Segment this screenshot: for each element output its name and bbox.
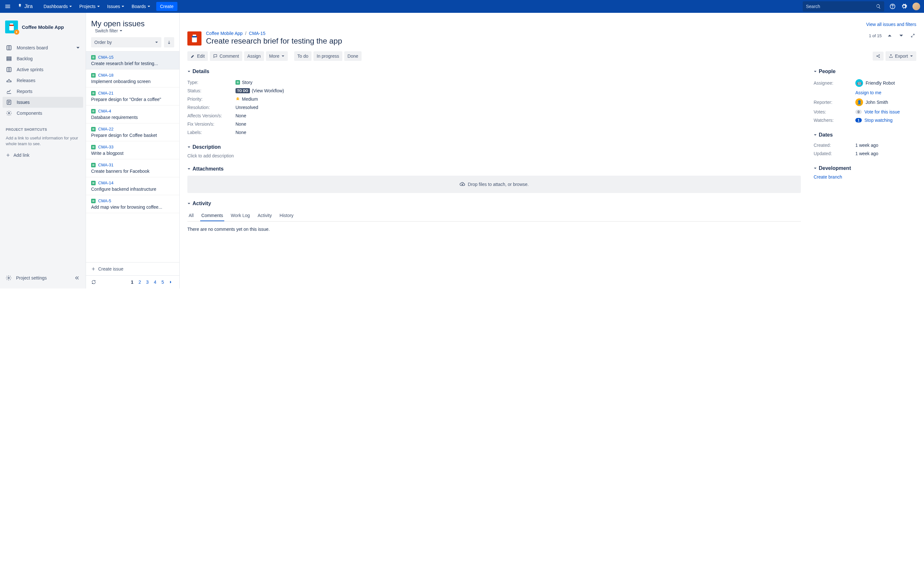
- issue-key: CMA-31: [98, 163, 113, 167]
- breadcrumb-key[interactable]: CMA-15: [249, 31, 265, 36]
- issue-item[interactable]: CMA-18Implement onboarding screen: [86, 69, 179, 87]
- status-done-button[interactable]: Done: [344, 51, 361, 61]
- watchers-label: Watchers:: [814, 118, 855, 123]
- create-branch-link[interactable]: Create branch: [814, 174, 842, 179]
- issue-item[interactable]: CMA-4Database requirements: [86, 105, 179, 123]
- breadcrumb-project[interactable]: Coffee Mobile App: [206, 31, 242, 36]
- details-section-header[interactable]: Details: [187, 69, 801, 74]
- description-section-header[interactable]: Description: [187, 144, 801, 150]
- view-all-link[interactable]: View all issues and filters: [866, 22, 916, 27]
- issue-key: CMA-15: [98, 55, 113, 60]
- people-section-header[interactable]: People: [814, 69, 916, 74]
- page-number[interactable]: 2: [137, 279, 143, 285]
- nav-projects[interactable]: Projects: [76, 2, 103, 11]
- dates-section-header[interactable]: Dates: [814, 132, 916, 138]
- assign-button[interactable]: Assign: [244, 51, 264, 61]
- activity-tab[interactable]: Activity: [256, 210, 273, 221]
- issue-item[interactable]: CMA-21Prepare design for "Order a coffee…: [86, 87, 179, 105]
- prev-issue-button[interactable]: [886, 32, 893, 39]
- activity-tab[interactable]: History: [278, 210, 295, 221]
- project-settings[interactable]: Project settings: [6, 275, 47, 281]
- user-avatar[interactable]: [913, 3, 920, 10]
- search-box[interactable]: [803, 1, 884, 11]
- issue-item[interactable]: CMA-33Write a blogpost: [86, 141, 179, 159]
- sidebar-board-item[interactable]: Monsters board: [3, 42, 83, 53]
- more-button[interactable]: More: [266, 51, 288, 61]
- votes-count: 0: [855, 110, 862, 114]
- issue-item[interactable]: CMA-5Add map view for browsing coffee...: [86, 195, 179, 213]
- next-page[interactable]: [167, 280, 174, 284]
- page-number[interactable]: 5: [160, 279, 166, 285]
- comment-icon: [213, 54, 218, 58]
- vote-link[interactable]: Vote for this issue: [864, 109, 900, 114]
- sort-direction-button[interactable]: [164, 37, 174, 47]
- export-button[interactable]: Export: [885, 51, 916, 61]
- add-link-button[interactable]: Add link: [3, 150, 83, 160]
- svg-rect-31: [92, 201, 94, 201]
- activity-tab[interactable]: All: [187, 210, 195, 221]
- search-input[interactable]: [806, 4, 876, 9]
- attachments-section-header[interactable]: Attachments: [187, 166, 801, 172]
- upload-icon: [459, 181, 465, 187]
- edit-button[interactable]: Edit: [187, 51, 208, 61]
- sidebar-releases[interactable]: Releases: [3, 75, 83, 86]
- chevron-down-icon: [187, 202, 191, 205]
- activity-section-header[interactable]: Activity: [187, 201, 801, 206]
- activity-tab[interactable]: Comments: [200, 210, 225, 221]
- sidebar-backlog[interactable]: Backlog: [3, 53, 83, 64]
- create-button[interactable]: Create: [156, 2, 178, 11]
- sidebar-reports[interactable]: Reports: [3, 86, 83, 97]
- created-value: 1 week ago: [855, 143, 916, 148]
- expand-icon[interactable]: [909, 32, 916, 39]
- svg-rect-34: [193, 35, 196, 36]
- assign-to-me-link[interactable]: Assign to me: [855, 90, 881, 95]
- refresh-icon[interactable]: [91, 279, 96, 285]
- help-icon[interactable]: [889, 3, 896, 10]
- sidebar-components[interactable]: Components: [3, 108, 83, 119]
- svg-rect-4: [9, 25, 14, 26]
- project-header[interactable]: Coffee Mobile App: [3, 18, 83, 36]
- sidebar-issues[interactable]: Issues: [3, 97, 83, 108]
- issue-item[interactable]: CMA-31Create banners for Facebook: [86, 159, 179, 177]
- collapse-icon[interactable]: [74, 275, 80, 281]
- assignee-label: Assignee:: [814, 81, 855, 85]
- issue-detail-panel: View all issues and filters Coffee Mobil…: [180, 13, 924, 288]
- issue-item[interactable]: CMA-14Configure backend infrastructure: [86, 177, 179, 195]
- switch-filter[interactable]: Switch filter: [95, 28, 123, 33]
- issues-icon: [6, 99, 12, 105]
- svg-point-35: [877, 56, 877, 56]
- activity-tabs: AllCommentsWork LogActivityHistory: [187, 210, 801, 221]
- chevron-down-icon: [187, 167, 191, 171]
- reporter-label: Reporter:: [814, 100, 855, 105]
- create-issue-button[interactable]: Create issue: [86, 263, 179, 276]
- hamburger-icon[interactable]: [4, 3, 11, 10]
- jira-logo[interactable]: Jira: [17, 3, 33, 10]
- settings-icon[interactable]: [901, 3, 907, 10]
- comment-button[interactable]: Comment: [210, 51, 242, 61]
- status-todo-button[interactable]: To do: [294, 51, 312, 61]
- development-section-header[interactable]: Development: [814, 165, 916, 171]
- description-placeholder[interactable]: Click to add description: [187, 153, 801, 158]
- page-number[interactable]: 4: [152, 279, 158, 285]
- page-number[interactable]: 1: [129, 279, 136, 285]
- sidebar-active-sprints[interactable]: Active sprints: [3, 64, 83, 75]
- attachment-dropzone[interactable]: Drop files to attach, or browse.: [187, 176, 801, 193]
- plus-icon: [6, 153, 10, 157]
- issue-item[interactable]: CMA-22Prepare design for Coffee basket: [86, 123, 179, 141]
- empty-comments-text: There are no comments yet on this issue.: [187, 227, 801, 232]
- share-button[interactable]: [873, 52, 884, 61]
- activity-tab[interactable]: Work Log: [229, 210, 251, 221]
- nav-boards[interactable]: Boards: [128, 2, 153, 11]
- story-icon: [91, 199, 95, 203]
- status-inprogress-button[interactable]: In progress: [313, 51, 342, 61]
- svg-rect-8: [7, 58, 11, 59]
- order-by-dropdown[interactable]: Order by: [91, 37, 162, 47]
- nav-dashboards[interactable]: Dashboards: [40, 2, 76, 11]
- page-number[interactable]: 3: [144, 279, 151, 285]
- view-workflow-link[interactable]: (View Workflow): [252, 88, 284, 93]
- issue-item[interactable]: CMA-15Create research brief for testing.…: [86, 52, 179, 69]
- stop-watching-link[interactable]: Stop watching: [864, 118, 893, 123]
- issue-title: Create research brief for testing the ap…: [206, 37, 864, 45]
- nav-issues[interactable]: Issues: [104, 2, 128, 11]
- next-issue-button[interactable]: [898, 32, 905, 39]
